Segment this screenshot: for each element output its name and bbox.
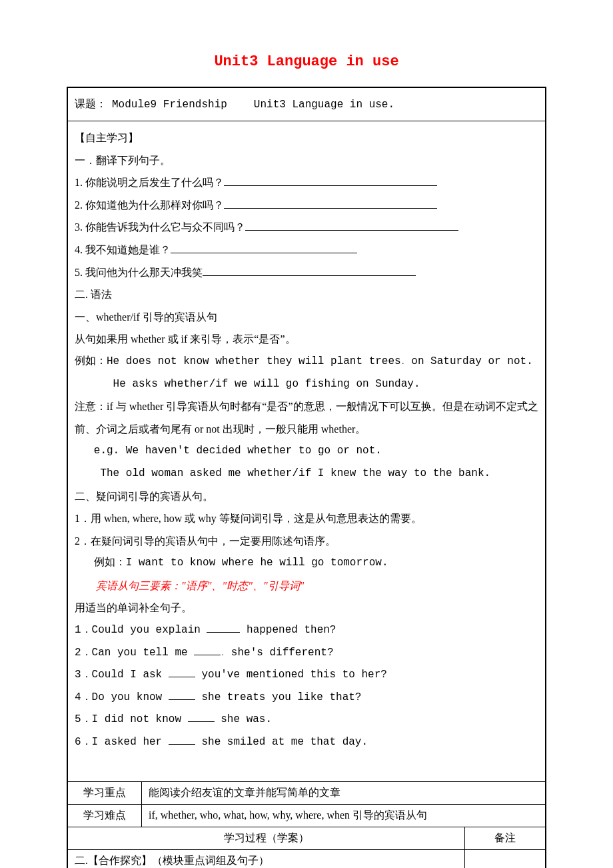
translate-item: 5. 我问他为什么那天冲我笑 <box>75 261 538 284</box>
blank-line[interactable] <box>169 677 195 677</box>
blank-line[interactable] <box>194 655 221 655</box>
grammar-line: 从句如果用 whether 或 if 来引导，表示“是否”。 <box>75 328 538 351</box>
page-title: Unit3 Language in use <box>67 53 546 70</box>
fill-item: 2．Can you tell me . she's different? <box>75 642 538 665</box>
blank-line[interactable] <box>224 208 437 209</box>
translate-item: 1. 你能说明之后发生了什么吗？ <box>75 171 538 194</box>
translate-header: 一．翻译下列句子。 <box>75 149 538 172</box>
grammar-point: 1．用 when, where, how 或 why 等疑问词引导，这是从句意思… <box>75 507 538 530</box>
fill-header: 用适当的单词补全句子。 <box>75 597 538 619</box>
translate-item: 2. 你知道他为什么那样对你吗？ <box>75 194 538 217</box>
coop-content: 二.【合作探究】（模块重点词组及句子） <box>67 850 465 868</box>
module-text: Module9 Friendship <box>112 99 227 111</box>
blank-line[interactable] <box>203 275 416 276</box>
difficulty-row: 学习难点 if, whether, who, what, how, why, w… <box>67 805 546 827</box>
topic-cell: 课题： Module9 Friendship Unit3 Language in… <box>67 87 546 121</box>
translate-item: 4. 我不知道她是谁？ <box>75 239 538 261</box>
fill-item: 3．Could I ask you've mentioned this to h… <box>75 664 538 687</box>
dot-marker: . <box>401 359 405 366</box>
fill-item: 6．I asked her she smiled at me that day. <box>75 731 538 754</box>
blank-line[interactable] <box>188 721 215 722</box>
process-row: 学习过程（学案） 备注 <box>67 827 546 850</box>
grammar-example: He asks whether/if we will go fishing on… <box>75 373 538 396</box>
grammar-example: 例如：He does not know whether they will pl… <box>75 351 538 373</box>
focus-content: 能阅读介绍友谊的文章并能写简单的文章 <box>142 782 546 805</box>
document-table: 课题： Module9 Friendship Unit3 Language in… <box>67 87 546 868</box>
focus-row: 学习重点 能阅读介绍友谊的文章并能写简单的文章 <box>67 782 546 805</box>
unit-text: Unit3 Language in use. <box>254 99 394 111</box>
grammar-point-example: 例如：I want to know where he will go tomor… <box>75 552 538 575</box>
grammar-sub2: 二、疑问词引导的宾语从句。 <box>75 485 538 508</box>
key-elements: 宾语从句三要素："语序"、"时态"、"引导词" <box>75 575 538 597</box>
blank-line[interactable] <box>224 185 437 186</box>
grammar-eg: e.g. We haven't decided whether to go or… <box>75 440 538 463</box>
grammar-eg: The old woman asked me whether/if I knew… <box>75 463 538 485</box>
blank-line[interactable] <box>171 253 357 253</box>
fill-item: 1．Could you explain happened then? <box>75 619 538 642</box>
blank-line[interactable] <box>207 632 240 633</box>
grammar-sub1: 一、whether/if 引导的宾语从句 <box>75 306 538 329</box>
focus-label: 学习重点 <box>67 782 142 805</box>
difficulty-content: if, whether, who, what, how, why, where,… <box>142 805 546 827</box>
difficulty-label: 学习难点 <box>67 805 142 827</box>
content-row: 【自主学习】 一．翻译下列句子。 1. 你能说明之后发生了什么吗？ 2. 你知道… <box>67 121 546 782</box>
grammar-note: 注意：if 与 whether 引导宾语从句时都有“是否”的意思，一般情况下可以… <box>75 395 538 440</box>
topic-label: 课题： <box>75 98 107 109</box>
fill-item: 5．I did not know she was. <box>75 709 538 731</box>
main-content-cell: 【自主学习】 一．翻译下列句子。 1. 你能说明之后发生了什么吗？ 2. 你知道… <box>67 121 546 782</box>
blank-line[interactable] <box>245 230 458 231</box>
grammar-point: 2．在疑问词引导的宾语从句中，一定要用陈述句语序。 <box>75 530 538 553</box>
blank-line[interactable] <box>169 744 195 745</box>
self-study-header: 【自主学习】 <box>75 127 538 149</box>
coop-row: 二.【合作探究】（模块重点词组及句子） <box>67 850 546 868</box>
blank-line[interactable] <box>169 699 195 700</box>
topic-row: 课题： Module9 Friendship Unit3 Language in… <box>67 87 546 121</box>
grammar-header: 二. 语法 <box>75 283 538 306</box>
fill-item: 4．Do you know she treats you like that? <box>75 687 538 709</box>
translate-item: 3. 你能告诉我为什么它与众不同吗？ <box>75 216 538 239</box>
remark-label: 备注 <box>465 827 546 850</box>
coop-remark <box>465 850 546 868</box>
process-label: 学习过程（学案） <box>67 827 465 850</box>
